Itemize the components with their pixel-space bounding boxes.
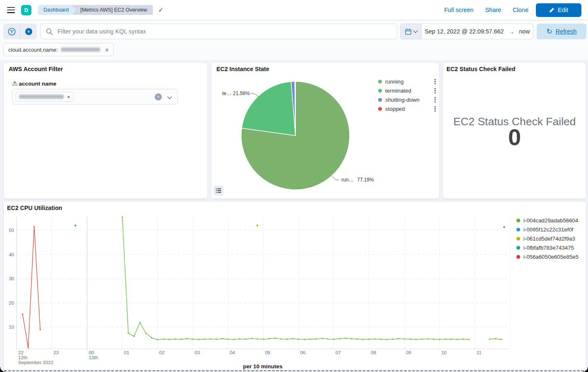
account-name-combobox[interactable]: × × [12, 89, 178, 105]
kql-search-input[interactable] [57, 28, 397, 35]
list-icon [216, 188, 221, 193]
pie-slice-terminated[interactable] [242, 81, 295, 136]
x-tick-label: 10 [441, 350, 446, 355]
legend-dot-icon [516, 219, 520, 222]
series-point-i-004cad29adab56604 [216, 339, 217, 340]
series-point-i-004cad29adab56604 [292, 338, 293, 339]
refresh-button-label: Refresh [556, 28, 577, 35]
calendar-menu-button[interactable] [401, 24, 422, 39]
breadcrumb-dashboard[interactable]: Dashboard [38, 5, 76, 15]
legend-actions-icon[interactable] [434, 81, 436, 82]
series-point-i-004cad29adab56604 [501, 339, 502, 340]
token-close-icon[interactable]: × [67, 94, 70, 100]
series-point-i-004cad29adab56604 [175, 339, 176, 340]
series-point-i-004cad29adab56604 [345, 338, 346, 339]
chevron-down-icon [413, 28, 418, 33]
x-tick-label: 22 [18, 350, 24, 355]
series-point-i-004cad29adab56604 [457, 339, 458, 340]
panel-title: AWS Account Filter [9, 66, 63, 72]
y-tick-label: 50 [9, 228, 14, 233]
series-point-i-004cad29adab56604 [362, 339, 364, 340]
add-filter-button[interactable]: + [20, 24, 37, 39]
series-point-i-004cad29adab56604 [445, 339, 446, 340]
pie-callout-line [331, 176, 339, 180]
legend-item-i-004cad29adab56604[interactable]: i-004cad29adab56604 [516, 216, 585, 225]
cpu-legend: i-004cad29adab56604i-0095f12c22c31ef0fi-… [516, 216, 585, 261]
legend-item-i-0095f12c22c31ef0f[interactable]: i-0095f12c22c31ef0f [516, 225, 585, 234]
top-actions: Full screen Share Clone [444, 7, 528, 13]
legend-item-terminated[interactable]: terminated [378, 86, 437, 95]
combobox-clear-button[interactable]: × [155, 93, 162, 100]
legend-item-running[interactable]: running [378, 77, 437, 86]
account-name-token[interactable]: × [16, 92, 74, 102]
y-tick-label: 30 [9, 276, 14, 281]
series-point-i-004cad29adab56604 [163, 339, 164, 340]
share-button[interactable]: Share [485, 7, 501, 13]
filter-pill-redacted-value [61, 48, 100, 52]
legend-item-stopped[interactable]: stopped [378, 104, 437, 113]
x-tick-label: 03 [194, 350, 200, 355]
legend-label: i-056a6050e605e85e5 [523, 254, 578, 260]
x-tick-label: 06 [300, 350, 306, 355]
series-point-i-056a6050e605e85e5 [22, 313, 23, 315]
x-tick-label: 01 [124, 350, 130, 355]
plus-circle-icon: + [25, 28, 32, 35]
series-point-i-004cad29adab56604 [157, 339, 158, 340]
x-day-label: 13th [89, 355, 98, 360]
series-point-i-004cad29adab56604 [404, 339, 405, 340]
series-point-i-004cad29adab56604 [392, 339, 394, 340]
legend-label: i-061cd5def74d2f9a3 [523, 236, 575, 242]
legend-label: i-004cad29adab56604 [523, 217, 578, 224]
legend-dot-icon [378, 98, 382, 102]
account-name-field-label: ⚠ account name [12, 80, 56, 87]
series-point-i-004cad29adab56604 [139, 322, 141, 323]
combobox-chevron-down-icon [167, 94, 172, 99]
y-tick-label: 10 [9, 324, 14, 329]
legend-item-i-056a6050e605e85e5[interactable]: i-056a6050e605e85e5 [516, 252, 585, 261]
search-icon [46, 28, 53, 35]
x-tick-label: 00 [89, 350, 94, 355]
series-point-i-004cad29adab56604 [257, 339, 258, 340]
legend-actions-icon[interactable] [434, 99, 436, 100]
edit-button[interactable]: Edit [536, 3, 581, 17]
series-point-i-004cad29adab56604 [274, 338, 276, 339]
legend-item-i-061cd5def74d2f9a3[interactable]: i-061cd5def74d2f9a3 [516, 234, 585, 243]
series-point-i-004cad29adab56604 [351, 338, 352, 339]
filter-pill-close-icon[interactable]: × [105, 46, 109, 53]
breadcrumb: Dashboard [Metrics AWS] EC2 Overview [38, 5, 153, 15]
legend-item-shutting-down[interactable]: shutting-down [378, 95, 437, 104]
series-point-i-056a6050e605e85e5 [40, 329, 41, 330]
series-point-i-004cad29adab56604 [333, 339, 334, 340]
legend-item-i-0fbfafb783e743475[interactable]: i-0fbfafb783e743475 [516, 243, 585, 252]
series-point-i-004cad29adab56604 [192, 339, 194, 340]
filter-pill-cloud-account-name[interactable]: cloud.account.name: × [3, 43, 114, 56]
legend-label: i-0095f12c22c31ef0f [523, 227, 574, 233]
series-point-i-004cad29adab56604 [233, 339, 235, 340]
series-point-i-004cad29adab56604 [322, 338, 323, 339]
series-point-i-004cad29adab56604 [468, 339, 470, 340]
legend-dot-icon [516, 237, 520, 241]
legend-dot-icon [378, 89, 382, 93]
date-range-picker[interactable]: Sep 12, 2022 @ 22:09:57.662 → now [400, 24, 533, 39]
legend-actions-icon[interactable] [434, 90, 436, 91]
series-line-i-004cad29adab56604 [122, 217, 469, 340]
refresh-button[interactable]: ↻ Refresh [537, 24, 586, 39]
series-point-i-004cad29adab56604 [204, 339, 205, 340]
date-start-value[interactable]: Sep 12, 2022 @ 22:09:57.662 [425, 28, 504, 35]
series-point-i-004cad29adab56604 [327, 339, 329, 340]
series-point-i-0095f12c22c31ef0f [74, 224, 76, 226]
legend-actions-icon[interactable] [434, 108, 436, 110]
breadcrumb-current-page[interactable]: [Metrics AWS] EC2 Overview [72, 5, 153, 15]
legend-toggle-button[interactable] [214, 186, 223, 196]
clone-button[interactable]: Clone [513, 7, 528, 13]
deployment-logo[interactable]: D [21, 5, 31, 15]
panel-title: EC2 CPU Utilization [7, 205, 62, 211]
series-point-i-004cad29adab56604 [298, 339, 299, 340]
hamburger-menu-icon[interactable] [7, 7, 15, 13]
full-screen-button[interactable]: Full screen [444, 7, 473, 13]
saved-query-menu-button[interactable] [3, 24, 20, 39]
x-tick-label: 11 [477, 350, 482, 355]
date-end-value[interactable]: now [519, 28, 530, 35]
date-range-display: Sep 12, 2022 @ 22:09:57.662 → now [422, 24, 533, 39]
series-point-i-004cad29adab56604 [286, 339, 288, 340]
